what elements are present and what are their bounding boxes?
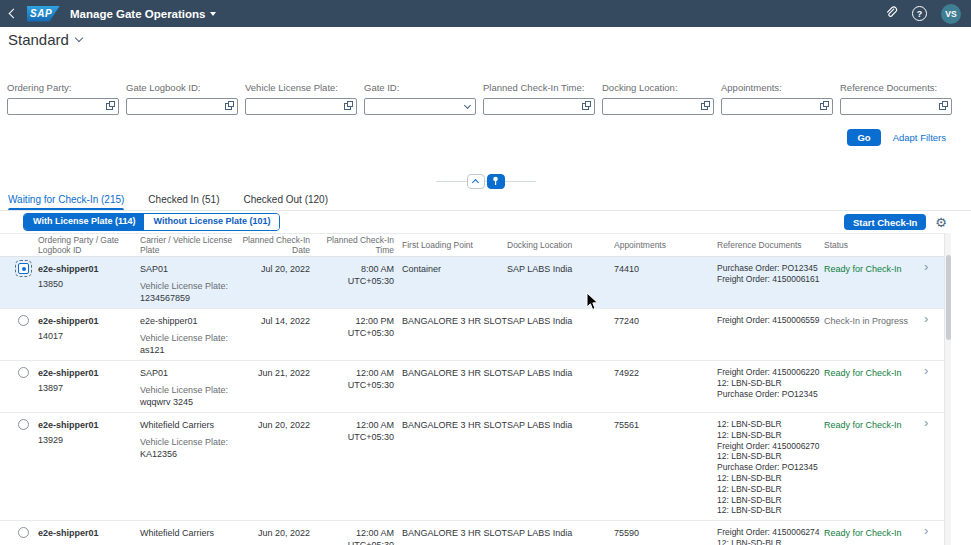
planned-time: 12:00 AMUTC+05:30 xyxy=(318,521,402,545)
filter-ordering-party: Ordering Party: xyxy=(7,82,119,115)
scrollbar-thumb[interactable] xyxy=(946,255,951,340)
app-title-text: Manage Gate Operations xyxy=(70,8,205,20)
filter-docking-location: Docking Location: xyxy=(602,82,714,115)
vertical-scrollbar[interactable] xyxy=(944,233,951,545)
first-loading-point: BANGALORE 3 HR SLOT xyxy=(402,309,507,360)
filter-label: Appointments: xyxy=(721,82,833,93)
settings-gear-icon[interactable]: ⚙ xyxy=(935,216,947,229)
planned-time: 12:00 AMUTC+05:30 xyxy=(318,413,402,520)
value-help-icon[interactable] xyxy=(582,103,589,110)
row-chevron-icon[interactable]: › xyxy=(924,311,928,326)
col-planned-time: Planned Check-InTime xyxy=(318,234,402,256)
planned-checkin-time-input[interactable] xyxy=(483,98,595,115)
planned-date: Jun 20, 2022 xyxy=(240,413,318,520)
ordering-party-input[interactable] xyxy=(7,98,119,115)
back-icon[interactable] xyxy=(9,9,19,19)
docking-location: SAP LABS India xyxy=(507,361,614,412)
row-chevron-icon[interactable]: › xyxy=(924,523,928,538)
filter-label: Vehicle License Plate: xyxy=(245,82,357,93)
planned-date: Jun 20, 2022 xyxy=(240,521,318,545)
table-row[interactable]: e2e-shipper01 13931 Whitefield Carriers … xyxy=(0,521,944,545)
value-help-icon[interactable] xyxy=(225,103,232,110)
col-navigation xyxy=(924,234,944,256)
appointments: 75590 xyxy=(614,521,717,545)
carrier: SAP01 xyxy=(140,367,232,379)
pin-header-button[interactable] xyxy=(487,174,505,189)
table-row[interactable]: e2e-shipper01 14017 e2e-shipper01 Vehicl… xyxy=(0,309,944,361)
chevron-down-icon xyxy=(210,12,216,16)
table-row[interactable]: e2e-shipper01 13850 SAP01 Vehicle Licens… xyxy=(0,257,944,309)
row-radio[interactable] xyxy=(18,263,29,274)
col-first-loading-point: First Loading Point xyxy=(402,234,507,256)
row-chevron-icon[interactable]: › xyxy=(924,415,928,430)
vlp-label: Vehicle License Plate: xyxy=(140,280,232,292)
reference-documents-input[interactable] xyxy=(840,98,952,115)
reference-documents: 12: LBN-SD-BLR12: LBN-SD-BLRFreight Orde… xyxy=(717,413,824,520)
carrier: SAP01 xyxy=(140,263,232,275)
start-checkin-button[interactable]: Start Check-In xyxy=(844,214,926,230)
row-radio[interactable] xyxy=(18,527,29,538)
row-chevron-icon[interactable]: › xyxy=(924,259,928,274)
planned-date: Jul 14, 2022 xyxy=(240,309,318,360)
vehicle-license-plate-input[interactable] xyxy=(245,98,357,115)
filter-gate-logbook-id: Gate Logbook ID: xyxy=(126,82,238,115)
chevron-down-icon[interactable] xyxy=(75,33,83,41)
value-help-icon[interactable] xyxy=(106,103,113,110)
tab-checked-in[interactable]: Checked In (51) xyxy=(148,194,219,210)
value-help-icon[interactable] xyxy=(701,103,708,110)
gate-logbook-id: 13897 xyxy=(38,382,132,394)
gate-logbook-id-input[interactable] xyxy=(126,98,238,115)
tab-waiting-for-checkin[interactable]: Waiting for Check-In (215) xyxy=(8,194,124,210)
gate-id-select[interactable] xyxy=(364,98,476,115)
col-carrier: Carrier / Vehicle LicensePlate xyxy=(140,234,240,256)
variant-management[interactable]: Standard xyxy=(8,31,82,48)
sap-logo: SAP xyxy=(27,6,60,22)
status-text: Ready for Check-In xyxy=(824,361,924,412)
select-column-header xyxy=(16,234,38,256)
row-radio[interactable] xyxy=(18,419,29,430)
planned-time: 12:00 PMUTC+05:30 xyxy=(318,309,402,360)
table-row[interactable]: e2e-shipper01 13929 Whitefield Carriers … xyxy=(0,413,944,521)
vlp-label: Vehicle License Plate: xyxy=(140,436,232,448)
segment-without-license-plate[interactable]: Without License Plate (101) xyxy=(144,214,279,230)
collapse-header-button[interactable] xyxy=(467,174,485,189)
go-button[interactable]: Go xyxy=(847,129,880,146)
filter-label: Reference Documents: xyxy=(840,82,952,93)
filter-reference-documents: Reference Documents: xyxy=(840,82,952,115)
gate-operations-table: e2e-shipper01 13850 SAP01 Vehicle Licens… xyxy=(0,257,944,545)
value-help-icon[interactable] xyxy=(939,103,946,110)
docking-location: SAP LABS India xyxy=(507,309,614,360)
ordering-party: e2e-shipper01 xyxy=(38,527,132,539)
row-chevron-icon[interactable]: › xyxy=(924,363,928,378)
chevron-up-icon xyxy=(472,179,479,186)
row-radio[interactable] xyxy=(18,367,29,378)
tab-checked-out[interactable]: Checked Out (120) xyxy=(244,194,329,210)
value-help-icon[interactable] xyxy=(820,103,827,110)
col-ordering-party: Ordering Party / GateLogbook ID xyxy=(38,234,140,256)
filter-label: Docking Location: xyxy=(602,82,714,93)
paperclip-icon[interactable] xyxy=(883,5,898,22)
vlp-label: Vehicle License Plate: xyxy=(140,332,232,344)
ordering-party: e2e-shipper01 xyxy=(38,419,132,431)
table-row[interactable]: e2e-shipper01 13897 SAP01 Vehicle Licens… xyxy=(0,361,944,413)
appointments: 75561 xyxy=(614,413,717,520)
app-title[interactable]: Manage Gate Operations xyxy=(70,8,216,20)
first-loading-point: BANGALORE 3 HR SLOT xyxy=(402,413,507,520)
planned-date: Jun 21, 2022 xyxy=(240,361,318,412)
filter-label: Planned Check-In Time: xyxy=(483,82,595,93)
filter-appointments: Appointments: xyxy=(721,82,833,115)
row-radio[interactable] xyxy=(18,315,29,326)
docking-location-input[interactable] xyxy=(602,98,714,115)
avatar[interactable]: VS xyxy=(941,4,961,24)
col-docking-location: Docking Location xyxy=(507,234,614,256)
adapt-filters-link[interactable]: Adapt Filters xyxy=(893,132,946,143)
shell-bar: SAP Manage Gate Operations ? VS xyxy=(0,0,971,27)
value-help-icon[interactable] xyxy=(344,103,351,110)
status-text: Ready for Check-In xyxy=(824,257,924,308)
vlp-value: wqqwrv 3245 xyxy=(140,396,232,408)
variant-title: Standard xyxy=(8,31,69,48)
help-icon[interactable]: ? xyxy=(912,6,927,21)
appointments-input[interactable] xyxy=(721,98,833,115)
segment-with-license-plate[interactable]: With License Plate (114) xyxy=(24,214,144,230)
gate-logbook-id: 13929 xyxy=(38,434,132,446)
